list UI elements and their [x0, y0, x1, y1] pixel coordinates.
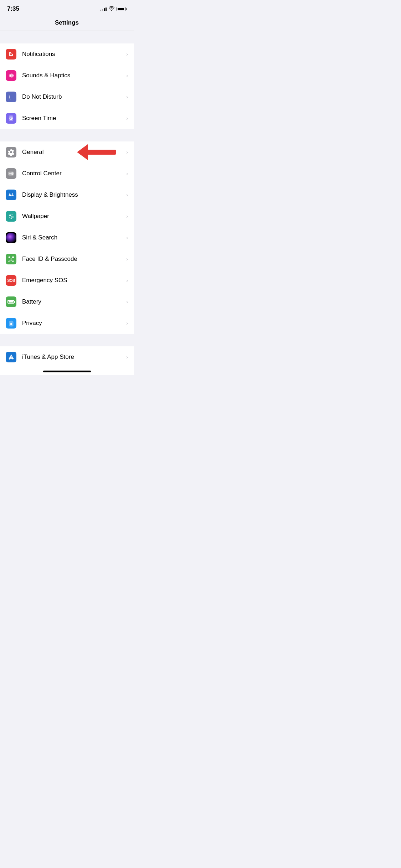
sos-text-label: SOS — [7, 278, 15, 283]
svg-point-11 — [11, 214, 12, 215]
section-general: General › Control Center › AA Display & … — [0, 141, 134, 334]
siri-orb — [6, 233, 16, 243]
notifications-icon — [6, 49, 16, 60]
signal-icon — [100, 7, 107, 11]
controlcenter-chevron: › — [126, 171, 128, 176]
controlcenter-icon — [6, 168, 16, 179]
screentime-chevron: › — [126, 115, 128, 121]
settings-row-notifications[interactable]: Notifications › — [0, 43, 134, 65]
privacy-chevron: › — [126, 320, 128, 326]
nav-header: Settings — [0, 16, 134, 31]
svg-point-14 — [10, 217, 12, 219]
settings-row-siri[interactable]: Siri & Search › — [0, 227, 134, 248]
dnd-label: Do Not Disturb — [22, 93, 126, 100]
sounds-label: Sounds & Haptics — [22, 72, 126, 79]
settings-row-privacy[interactable]: Privacy › — [0, 312, 134, 334]
svg-rect-18 — [9, 261, 10, 262]
siri-label: Siri & Search — [22, 234, 126, 241]
home-indicator — [0, 368, 134, 374]
svg-point-13 — [9, 217, 10, 218]
battery-status-icon — [117, 7, 127, 11]
section-appstore: iTunes & App Store › — [0, 346, 134, 368]
emergencysos-chevron: › — [126, 278, 128, 283]
wifi-icon — [109, 6, 114, 12]
appstore-icon — [6, 352, 16, 362]
screentime-icon — [6, 113, 16, 124]
battery-icon-row — [6, 296, 16, 307]
faceid-chevron: › — [126, 256, 128, 262]
svg-point-20 — [10, 258, 11, 259]
notifications-label: Notifications — [22, 51, 126, 58]
screentime-label: Screen Time — [22, 115, 126, 122]
settings-row-battery[interactable]: Battery › — [0, 291, 134, 312]
sounds-chevron: › — [126, 73, 128, 78]
faceid-label: Face ID & Passcode — [22, 255, 126, 263]
wallpaper-label: Wallpaper — [22, 213, 126, 220]
battery-label: Battery — [22, 298, 126, 305]
sounds-icon — [6, 70, 16, 81]
controlcenter-label: Control Center — [22, 170, 126, 177]
settings-row-controlcenter[interactable]: Control Center › — [0, 163, 134, 184]
settings-row-emergencysos[interactable]: SOS Emergency SOS › — [0, 270, 134, 291]
siri-chevron: › — [126, 235, 128, 241]
display-chevron: › — [126, 192, 128, 198]
notifications-chevron: › — [126, 51, 128, 57]
privacy-icon — [6, 318, 16, 329]
home-indicator-area — [0, 368, 134, 375]
svg-point-10 — [9, 214, 11, 216]
svg-marker-3 — [10, 73, 12, 78]
general-label: General — [22, 149, 126, 156]
appstore-label: iTunes & App Store — [22, 353, 126, 361]
status-time: 7:35 — [7, 5, 19, 12]
section-divider-bottom — [0, 334, 134, 346]
faceid-icon — [6, 254, 16, 264]
settings-row-screentime[interactable]: Screen Time › — [0, 108, 134, 129]
dnd-chevron: › — [126, 94, 128, 100]
svg-rect-19 — [12, 261, 14, 262]
settings-row-appstore[interactable]: iTunes & App Store › — [0, 346, 134, 368]
status-icons — [100, 6, 127, 12]
section-notifications: Notifications › Sounds & Haptics › Do No… — [0, 43, 134, 129]
display-icon: AA — [6, 190, 16, 200]
svg-point-15 — [10, 216, 11, 217]
siri-icon — [6, 232, 16, 243]
dnd-icon — [6, 92, 16, 102]
section-divider-top — [0, 31, 134, 43]
settings-row-dnd[interactable]: Do Not Disturb › — [0, 86, 134, 108]
general-icon — [6, 147, 16, 157]
svg-rect-17 — [12, 257, 14, 257]
status-bar: 7:35 — [0, 0, 134, 16]
svg-point-9 — [12, 173, 13, 174]
page-title: Settings — [55, 19, 79, 26]
svg-rect-16 — [9, 257, 10, 257]
aa-text-label: AA — [9, 193, 14, 197]
emergencysos-icon: SOS — [6, 275, 16, 286]
svg-point-21 — [11, 258, 12, 259]
wallpaper-chevron: › — [126, 213, 128, 219]
settings-row-sounds[interactable]: Sounds & Haptics › — [0, 65, 134, 86]
svg-point-2 — [10, 53, 12, 55]
appstore-chevron: › — [126, 354, 128, 360]
home-bar — [43, 371, 91, 372]
settings-row-general[interactable]: General › — [0, 141, 134, 163]
emergencysos-label: Emergency SOS — [22, 277, 126, 284]
general-chevron: › — [126, 149, 128, 155]
settings-row-display[interactable]: AA Display & Brightness › — [0, 184, 134, 206]
wallpaper-icon — [6, 211, 16, 222]
svg-point-7 — [9, 173, 11, 175]
battery-chevron: › — [126, 299, 128, 305]
display-label: Display & Brightness — [22, 191, 126, 198]
settings-row-wallpaper[interactable]: Wallpaper › — [0, 206, 134, 227]
settings-row-faceid[interactable]: Face ID & Passcode › — [0, 248, 134, 270]
section-divider-middle — [0, 129, 134, 141]
privacy-label: Privacy — [22, 320, 126, 327]
svg-point-12 — [12, 216, 14, 218]
